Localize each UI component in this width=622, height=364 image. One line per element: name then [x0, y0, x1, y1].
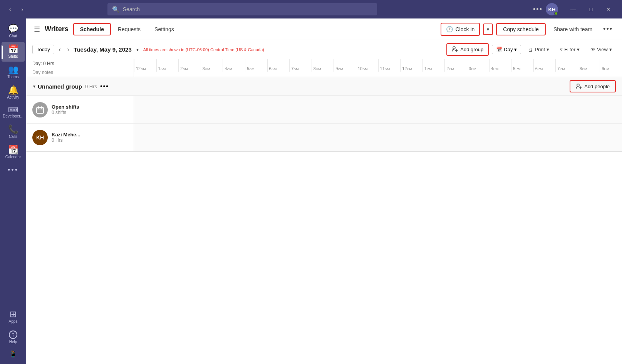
group-more-button[interactable]: •••: [100, 83, 109, 90]
time-row: 12AM 1AM 2AM 3AM 4AM 5AM 6AM 7AM 8AM 9AM…: [134, 59, 622, 72]
add-people-label: Add people: [584, 84, 610, 89]
kazi-sub: 0 Hrs: [52, 138, 80, 143]
maximize-button[interactable]: □: [582, 0, 600, 18]
add-group-button[interactable]: Add group: [446, 43, 489, 56]
active-indicator: [2, 45, 3, 59]
day-view-selector[interactable]: 📅 Day ▾: [492, 45, 521, 54]
calendar-small-icon: 📅: [496, 47, 502, 52]
kazi-avatar: KH: [32, 130, 48, 145]
timezone-note: All times are shown in (UTC-06:00) Centr…: [143, 47, 265, 52]
toolbar-right: Add group 📅 Day ▾ 🖨 Print ▾ ▿ Filter ▾: [446, 43, 616, 56]
top-bar-more-button[interactable]: •••: [600, 23, 616, 35]
tab-requests[interactable]: Requests: [111, 23, 148, 35]
row-label-col-header: Day: 0 Hrs Day notes: [26, 59, 134, 77]
filter-icon: ▿: [560, 47, 563, 52]
open-shifts-avatar: [32, 102, 48, 117]
print-button[interactable]: 🖨 Print ▾: [524, 45, 553, 54]
calendar-icon: 📆: [8, 146, 18, 154]
sidebar-item-calls[interactable]: 📞 Calls: [2, 122, 25, 142]
kazi-schedule[interactable]: [134, 124, 622, 151]
add-person-icon: [576, 83, 582, 89]
time-9am: 9AM: [334, 59, 356, 72]
tab-schedule[interactable]: Schedule: [73, 23, 111, 35]
search-input[interactable]: [123, 6, 372, 12]
sidebar-item-more[interactable]: •••: [2, 163, 25, 177]
date-dropdown-button[interactable]: ▾: [136, 47, 139, 52]
add-group-label: Add group: [460, 47, 483, 52]
nav-tabs: Schedule Requests Settings: [73, 23, 181, 35]
sidebar-item-apps[interactable]: ⊞ Apps: [2, 307, 25, 327]
view-label: View: [597, 47, 608, 52]
toolbar: Today ‹ › Tuesday, May 9, 2023 ▾ All tim…: [26, 40, 622, 59]
kazi-text: Kazi Mehe... 0 Hrs: [52, 132, 80, 143]
sidebar-item-help[interactable]: ? Help: [2, 327, 25, 347]
minimize-button[interactable]: —: [564, 0, 582, 18]
table-row: Open shifts 0 shifts: [26, 96, 622, 124]
copy-schedule-button[interactable]: Copy schedule: [496, 23, 546, 35]
forward-button[interactable]: ›: [17, 4, 28, 15]
clock-in-label: Clock in: [456, 26, 475, 32]
time-4pm: 4PM: [489, 59, 511, 72]
main-layout: 💬 Chat 📅 Shifts 👥 Teams 🔔 Activity ⌨ Dev…: [0, 18, 622, 364]
group-unnamed: ▼ Unnamed group 0 Hrs ••• Add peop: [26, 77, 622, 152]
back-button[interactable]: ‹: [5, 4, 15, 15]
time-cols: 12AM 1AM 2AM 3AM 4AM 5AM 6AM 7AM 8AM 9AM…: [134, 59, 622, 77]
open-shifts-icon: [36, 106, 44, 114]
clock-in-dropdown-button[interactable]: ▾: [483, 23, 493, 35]
close-button[interactable]: ✕: [600, 0, 617, 18]
sidebar-item-calendar[interactable]: 📆 Calendar: [2, 143, 25, 162]
time-5pm: 5PM: [511, 59, 533, 72]
phone-icon: 📱: [9, 351, 17, 357]
sidebar-item-developer[interactable]: ⌨ Developer...: [2, 103, 25, 121]
clock-in-button[interactable]: 🕐 Clock in: [441, 23, 480, 36]
window-controls: — □ ✕: [564, 0, 617, 18]
search-icon: 🔍: [112, 6, 120, 13]
kazi-name: Kazi Mehe...: [52, 132, 80, 138]
group-name: Unnamed group: [38, 83, 82, 90]
today-button[interactable]: Today: [32, 45, 54, 54]
open-shifts-schedule[interactable]: [134, 96, 622, 123]
more-options-button[interactable]: •••: [533, 5, 543, 13]
teams-icon: 👥: [8, 65, 18, 74]
help-icon: ?: [9, 330, 17, 339]
print-label: Print: [535, 47, 545, 52]
day-hours: Day: 0 Hrs: [26, 59, 134, 68]
sidebar-item-teams[interactable]: 👥 Teams: [2, 62, 25, 82]
search-bar[interactable]: 🔍: [107, 3, 377, 15]
clock-icon: 🕐: [446, 26, 453, 33]
tab-settings[interactable]: Settings: [148, 23, 181, 35]
time-6pm: 6PM: [533, 59, 556, 72]
developer-icon: ⌨: [8, 106, 18, 113]
share-with-team-button[interactable]: Share with team: [549, 24, 597, 35]
view-button[interactable]: 👁 View ▾: [587, 45, 616, 54]
sidebar-item-activity[interactable]: 🔔 Activity: [2, 83, 25, 102]
add-people-button[interactable]: Add people: [570, 80, 616, 92]
sidebar-label-teams: Teams: [7, 75, 18, 79]
sidebar-label-developer: Developer...: [3, 114, 23, 118]
prev-date-button[interactable]: ‹: [57, 45, 62, 55]
time-8am: 8AM: [312, 59, 334, 72]
sidebar-label-activity: Activity: [7, 95, 19, 99]
sidebar-item-shifts[interactable]: 📅 Shifts: [2, 42, 25, 62]
sidebar-label-apps: Apps: [9, 319, 18, 324]
time-7pm: 7PM: [555, 59, 578, 72]
view-icon: 👁: [590, 47, 595, 52]
filter-button[interactable]: ▿ Filter ▾: [556, 45, 583, 54]
sidebar-item-phone[interactable]: 📱: [2, 348, 25, 360]
day-notes: Day notes: [26, 68, 134, 77]
next-date-button[interactable]: ›: [65, 45, 70, 55]
user-avatar-button[interactable]: KH: [546, 3, 558, 15]
time-11am: 11AM: [378, 59, 401, 72]
time-6am: 6AM: [267, 59, 290, 72]
sidebar-chat-wrapper: 💬 Chat: [2, 22, 25, 42]
svg-point-0: [453, 47, 455, 49]
print-icon: 🖨: [528, 47, 533, 52]
view-dropdown-icon: ▾: [609, 47, 612, 52]
time-5am: 5AM: [245, 59, 267, 72]
chat-icon: 💬: [8, 25, 18, 33]
hamburger-menu-button[interactable]: ☰: [32, 23, 42, 35]
filter-label: Filter: [564, 47, 575, 52]
sidebar-item-chat[interactable]: 💬 Chat: [2, 22, 25, 41]
kazi-info: KH Kazi Mehe... 0 Hrs: [26, 124, 134, 151]
group-collapse-button[interactable]: ▼: [32, 84, 36, 89]
